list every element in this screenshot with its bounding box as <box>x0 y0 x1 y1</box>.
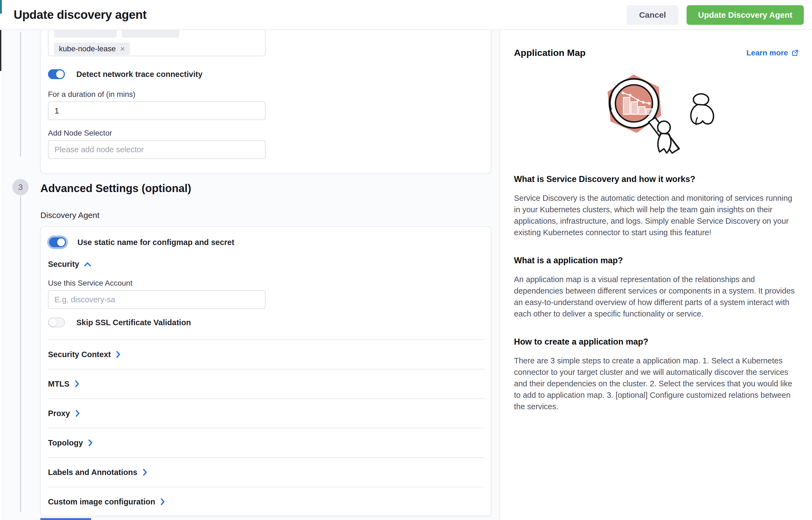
accordion-mtls[interactable]: MTLS <box>48 369 485 398</box>
accordion-label: Custom image configuration <box>48 497 155 506</box>
accordion-label: Labels and Annotations <box>48 468 137 477</box>
background-page-teal-sliver <box>0 0 2 14</box>
network-trace-toggle[interactable] <box>48 69 65 79</box>
accordion-labels-annotations[interactable]: Labels and Annotations <box>48 457 485 487</box>
drawer-header: Update discovery agent Cancel Update Dis… <box>0 0 812 30</box>
chevron-right-icon <box>116 351 120 358</box>
accordion-label: Topology <box>48 438 83 447</box>
static-name-toggle[interactable] <box>49 237 66 247</box>
accordion-label: Security Context <box>48 350 111 359</box>
accordion-label: Proxy <box>48 409 70 418</box>
cancel-button[interactable]: Cancel <box>627 5 678 25</box>
accordion-topology[interactable]: Topology <box>48 428 485 457</box>
background-page-dark-sliver <box>0 25 1 71</box>
skip-ssl-toggle[interactable] <box>48 317 65 328</box>
accordion-security-context[interactable]: Security Context <box>48 339 485 369</box>
advanced-settings-heading: Advanced Settings (optional) <box>40 182 191 194</box>
step-connector-line <box>20 32 21 157</box>
network-settings-card: y p kube-node-lease × Detect network tra… <box>40 15 491 174</box>
duration-label: For a duration of (in mins) <box>48 90 136 99</box>
network-trace-toggle-label: Detect network trace connectivity <box>76 70 202 79</box>
service-account-input[interactable] <box>48 290 266 309</box>
step-3-badge: 3 <box>12 179 29 196</box>
step-connector-line <box>20 196 21 512</box>
help-heading-service-discovery: What is Service Discovery and how it wor… <box>514 174 799 184</box>
toggle-knob <box>49 319 57 326</box>
duration-input[interactable] <box>48 102 266 120</box>
tag-kube-node-lease: kube-node-lease × <box>54 43 130 55</box>
application-map-panel: Application Map Learn more <box>500 30 812 520</box>
static-name-toggle-label: Use static name for configmap and secret <box>77 238 234 247</box>
update-discovery-agent-button[interactable]: Update Discovery Agent <box>686 5 804 25</box>
static-name-toggle-row: Use static name for configmap and secret <box>49 237 234 247</box>
chevron-right-icon <box>88 439 93 446</box>
close-icon[interactable]: × <box>120 44 125 53</box>
page-title: Update discovery agent <box>13 8 147 22</box>
horizontal-scrollbar[interactable] <box>40 518 91 520</box>
discovery-agent-subheading: Discovery Agent <box>40 211 100 220</box>
node-selector-label: Add Node Selector <box>48 129 112 137</box>
ssl-toggle-row: Skip SSL Certificate Validation <box>48 317 191 328</box>
chevron-up-icon <box>84 262 91 267</box>
chevron-right-icon <box>142 469 147 476</box>
service-account-label: Use this Service Account <box>48 279 133 288</box>
help-body-create-map: There are 3 simple steps to create a app… <box>514 355 799 412</box>
help-heading-application-map: What is a application map? <box>514 256 799 265</box>
external-link-icon <box>791 49 799 57</box>
accordion-custom-image-configuration[interactable]: Custom image configuration <box>48 487 485 516</box>
accordion-list: Security Context MTLS Proxy Topology Lab… <box>48 339 485 516</box>
toggle-knob <box>57 238 65 246</box>
drawer-edge-divider <box>2 30 3 520</box>
help-body-application-map: An application map is a visual represent… <box>514 274 799 319</box>
toggle-knob <box>56 70 64 78</box>
chevron-right-icon <box>75 380 79 387</box>
accordion-proxy[interactable]: Proxy <box>48 398 485 428</box>
security-section-label: Security <box>48 260 79 269</box>
panel-header: Application Map Learn more <box>514 48 799 58</box>
skip-ssl-toggle-label: Skip SSL Certificate Validation <box>76 318 191 327</box>
header-actions: Cancel Update Discovery Agent <box>627 0 804 30</box>
chevron-right-icon <box>75 410 80 417</box>
panel-divider <box>499 30 500 520</box>
tag-label: kube-node-lease <box>59 45 116 53</box>
update-discovery-agent-drawer: Update discovery agent Cancel Update Dis… <box>0 0 812 520</box>
security-section-header[interactable]: Security <box>48 260 91 269</box>
learn-more-link[interactable]: Learn more <box>747 49 799 57</box>
help-heading-create-map: How to create a application map? <box>514 337 799 347</box>
accordion-label: MTLS <box>48 380 70 389</box>
chevron-right-icon <box>160 498 165 505</box>
network-trace-toggle-row: Detect network trace connectivity <box>48 69 202 79</box>
learn-more-label: Learn more <box>747 49 788 57</box>
node-selector-input[interactable] <box>48 140 266 159</box>
advanced-settings-card: Use static name for configmap and secret… <box>40 227 491 516</box>
panel-title: Application Map <box>514 48 586 58</box>
help-body-service-discovery: Service Discovery is the automatic detec… <box>514 192 799 238</box>
application-map-illustration <box>593 67 721 157</box>
